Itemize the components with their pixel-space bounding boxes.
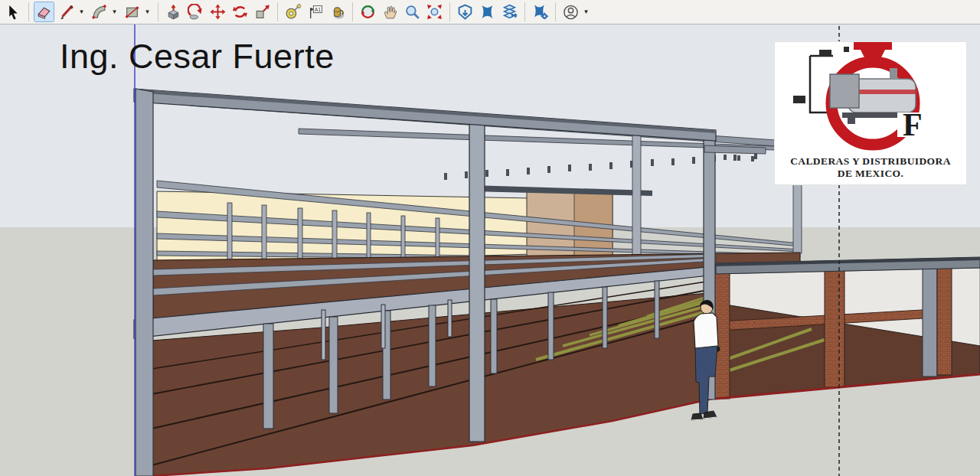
logo-text: CALDERAS Y DISTRIBUIDORA DE MEXICO. xyxy=(775,155,966,180)
right-wing xyxy=(714,257,980,399)
annotation-text: Ing. Cesar Fuerte xyxy=(60,37,335,77)
rotate-icon xyxy=(232,4,248,20)
logo-monogram: F xyxy=(903,107,923,142)
svg-text:A1: A1 xyxy=(315,7,321,12)
toolbar-divider xyxy=(158,2,158,21)
toolbar: ▾ ▾ ▾ xyxy=(0,0,980,24)
toolbar-divider xyxy=(352,2,353,21)
tape-measure-tool-button[interactable] xyxy=(283,2,303,22)
pencil-icon xyxy=(58,4,74,20)
rectangle-icon xyxy=(124,4,140,20)
arc-tool-button[interactable] xyxy=(89,2,109,22)
toolbar-divider xyxy=(449,2,450,21)
rectangle-tool-button[interactable] xyxy=(122,2,142,22)
arc-tool-caret[interactable]: ▾ xyxy=(110,2,119,22)
share-model-button[interactable] xyxy=(499,2,520,22)
brick-column xyxy=(937,268,952,375)
select-arrow-icon xyxy=(5,4,21,20)
account-button[interactable] xyxy=(560,2,581,22)
extension-warehouse-icon xyxy=(479,4,495,20)
scale-tool-button[interactable] xyxy=(252,2,273,22)
extension-warehouse-button[interactable] xyxy=(477,2,498,22)
logo-line2: DE MEXICO. xyxy=(775,168,966,180)
scale-icon xyxy=(254,4,270,20)
push-pull-icon xyxy=(165,4,181,20)
rotate-tool-button[interactable] xyxy=(230,2,250,22)
zoom-tool-button[interactable] xyxy=(402,2,423,22)
paint-bucket-icon xyxy=(329,4,345,20)
text-tool-button[interactable]: A1 xyxy=(305,2,325,22)
rectangle-tool-caret[interactable]: ▾ xyxy=(143,2,152,22)
company-logo-graphic: F xyxy=(775,42,966,157)
zoom-icon xyxy=(404,4,420,20)
paint-bucket-tool-button[interactable] xyxy=(327,2,348,22)
3d-warehouse-icon xyxy=(457,4,473,20)
orbit-tool-button[interactable] xyxy=(358,2,378,22)
company-logo: F CALDERAS Y DISTRIBUIDORA DE MEXICO. xyxy=(775,42,966,184)
3d-warehouse-button[interactable] xyxy=(455,2,475,22)
extension-manager-icon xyxy=(532,4,548,20)
move-tool-button[interactable] xyxy=(207,2,228,22)
zoom-extents-tool-button[interactable] xyxy=(424,2,445,22)
account-icon xyxy=(563,4,579,21)
line-tool-button[interactable] xyxy=(56,2,77,22)
toolbar-divider xyxy=(524,2,525,21)
orbit-icon xyxy=(360,4,376,20)
push-pull-tool-button[interactable] xyxy=(163,2,184,22)
zoom-extents-icon xyxy=(426,4,443,20)
select-tool-button[interactable] xyxy=(3,2,24,22)
follow-me-icon xyxy=(188,4,204,20)
pan-tool-button[interactable] xyxy=(380,2,400,22)
account-caret[interactable]: ▾ xyxy=(582,2,590,22)
eraser-icon xyxy=(36,4,52,20)
text-tool-icon: A1 xyxy=(307,4,323,20)
extension-manager-button[interactable] xyxy=(530,2,550,22)
share-model-icon xyxy=(501,4,518,20)
toolbar-divider xyxy=(555,2,556,21)
line-tool-caret[interactable]: ▾ xyxy=(77,2,86,22)
steel-column xyxy=(923,268,937,377)
eraser-tool-button[interactable] xyxy=(34,2,54,22)
logo-line1: CALDERAS Y DISTRIBUIDORA xyxy=(775,155,966,168)
tape-measure-icon xyxy=(285,4,301,20)
brick-column xyxy=(825,270,844,387)
arc-icon xyxy=(91,4,107,20)
application-window: Ing. Cesar Fuerte xyxy=(0,0,980,476)
follow-me-tool-button[interactable] xyxy=(185,2,206,22)
move-icon xyxy=(210,4,226,20)
pan-hand-icon xyxy=(382,4,398,20)
toolbar-divider xyxy=(277,2,278,21)
toolbar-divider xyxy=(28,2,29,21)
